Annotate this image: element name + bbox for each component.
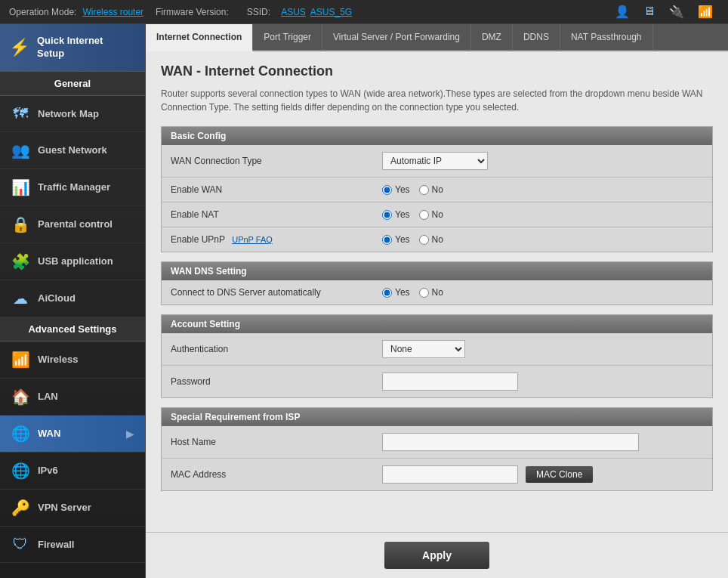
- dns-auto-label: Connect to DNS Server automatically: [171, 287, 382, 298]
- enable-wan-row: Enable WAN Yes No: [162, 178, 712, 202]
- aicloud-label: AiCloud: [38, 292, 76, 304]
- operation-mode-label: Operation Mode:: [9, 7, 76, 17]
- special-req-section: Special Requirement from ISP Host Name M…: [161, 407, 713, 491]
- mac-address-control: MAC Clone: [382, 465, 593, 484]
- auth-row: Authentication None PAP CHAP MS-CHAP MS-…: [162, 333, 712, 366]
- wan-connection-type-select[interactable]: Automatic IP PPPoE PPTP L2TP Static IP: [382, 152, 488, 170]
- dns-auto-row: Connect to DNS Server automatically Yes …: [162, 280, 712, 304]
- wan-dns-body: Connect to DNS Server automatically Yes …: [162, 280, 712, 304]
- ssid-value1[interactable]: ASUS: [281, 7, 306, 17]
- quick-internet-setup[interactable]: ⚡ Quick Internet Setup: [0, 24, 145, 72]
- host-name-input[interactable]: [382, 433, 639, 451]
- enable-upnp-row: Enable UPnP UPnP FAQ Yes No: [162, 227, 712, 252]
- upnp-faq-link[interactable]: UPnP FAQ: [232, 235, 273, 244]
- sidebar-item-aicloud[interactable]: ☁ AiCloud: [0, 280, 145, 317]
- enable-upnp-yes[interactable]: Yes: [382, 234, 410, 245]
- password-row: Password: [162, 366, 712, 397]
- basic-config-header: Basic Config: [162, 127, 712, 145]
- ssid-label: SSID:: [247, 7, 270, 17]
- usb-app-icon: 🧩: [11, 252, 30, 270]
- guest-network-icon: 👥: [11, 141, 30, 159]
- ipv6-label: IPv6: [38, 465, 58, 476]
- usb-icon[interactable]: 🔌: [669, 5, 684, 19]
- password-label: Password: [171, 376, 382, 387]
- mac-address-row: MAC Address MAC Clone: [162, 459, 712, 490]
- vpn-label: VPN Server: [38, 502, 91, 513]
- quick-setup-icon: ⚡: [9, 38, 29, 57]
- ipv6-icon: 🌐: [11, 462, 30, 480]
- monitor-icon[interactable]: 🖥: [643, 5, 656, 19]
- sidebar-item-traffic-manager[interactable]: 📊 Traffic Manager: [0, 169, 145, 206]
- password-input[interactable]: [382, 372, 518, 391]
- parental-control-icon: 🔒: [11, 215, 30, 233]
- wan-connection-type-label: WAN Connection Type: [171, 156, 382, 166]
- traffic-manager-label: Traffic Manager: [38, 181, 110, 193]
- wan-arrow-icon: ▶: [126, 428, 134, 440]
- traffic-manager-icon: 📊: [11, 178, 30, 196]
- signal-icon[interactable]: 📶: [698, 5, 713, 19]
- tab-internet-connection[interactable]: Internet Connection: [146, 24, 253, 51]
- account-setting-body: Authentication None PAP CHAP MS-CHAP MS-…: [162, 333, 712, 397]
- lan-icon: 🏠: [11, 388, 30, 406]
- tab-ddns[interactable]: DDNS: [513, 24, 560, 50]
- sidebar-item-vpn-server[interactable]: 🔑 VPN Server: [0, 490, 145, 527]
- host-name-row: Host Name: [162, 426, 712, 459]
- tab-port-trigger[interactable]: Port Trigger: [253, 24, 322, 50]
- top-bar: Operation Mode: Wireless router Firmware…: [0, 0, 728, 24]
- tab-dmz[interactable]: DMZ: [471, 24, 513, 50]
- dns-auto-no[interactable]: No: [419, 287, 443, 298]
- aicloud-icon: ☁: [11, 289, 30, 308]
- mac-address-input[interactable]: [382, 465, 518, 484]
- sidebar-item-network-map[interactable]: 🗺 Network Map: [0, 96, 145, 132]
- vpn-icon: 🔑: [11, 499, 30, 517]
- enable-wan-yes[interactable]: Yes: [382, 184, 410, 195]
- sidebar-item-firewall[interactable]: 🛡 Firewall: [0, 527, 145, 563]
- usb-app-label: USB application: [38, 255, 113, 267]
- enable-wan-control: Yes No: [382, 184, 443, 195]
- sidebar-item-guest-network[interactable]: 👥 Guest Network: [0, 132, 145, 169]
- sidebar-item-usb-application[interactable]: 🧩 USB application: [0, 243, 145, 280]
- enable-upnp-label: Enable UPnP UPnP FAQ: [171, 234, 382, 245]
- enable-nat-label: Enable NAT: [171, 209, 382, 220]
- network-map-label: Network Map: [38, 108, 99, 119]
- guest-network-label: Guest Network: [38, 144, 107, 156]
- special-req-body: Host Name MAC Address MAC Clone: [162, 426, 712, 490]
- user-icon[interactable]: 👤: [615, 5, 630, 19]
- auth-label: Authentication: [171, 344, 382, 354]
- ssid-value2[interactable]: ASUS_5G: [310, 7, 352, 17]
- tab-nat-passthrough[interactable]: NAT Passthrough: [560, 24, 653, 50]
- firmware-label: Firmware Version:: [156, 7, 229, 17]
- enable-upnp-control: Yes No: [382, 234, 443, 245]
- enable-nat-row: Enable NAT Yes No: [162, 202, 712, 227]
- enable-nat-yes[interactable]: Yes: [382, 209, 410, 220]
- enable-wan-no[interactable]: No: [419, 184, 443, 195]
- operation-mode-value[interactable]: Wireless router: [82, 7, 143, 17]
- general-section-header: General: [0, 72, 145, 96]
- sidebar-item-wan[interactable]: 🌐 WAN ▶: [0, 416, 145, 453]
- network-map-icon: 🗺: [11, 105, 30, 122]
- sidebar-item-ipv6[interactable]: 🌐 IPv6: [0, 453, 145, 490]
- wireless-label: Wireless: [38, 354, 78, 365]
- firewall-icon: 🛡: [11, 536, 30, 553]
- page-title: WAN - Internet Connection: [161, 63, 713, 79]
- enable-nat-no[interactable]: No: [419, 209, 443, 220]
- page-description: Router supports several connection types…: [161, 87, 713, 114]
- sidebar-item-wireless[interactable]: 📶 Wireless: [0, 342, 145, 379]
- dns-auto-yes[interactable]: Yes: [382, 287, 410, 298]
- enable-upnp-no[interactable]: No: [419, 234, 443, 245]
- sidebar: ⚡ Quick Internet Setup General 🗺 Network…: [0, 24, 146, 578]
- dns-auto-control: Yes No: [382, 287, 443, 298]
- special-req-header: Special Requirement from ISP: [162, 408, 712, 426]
- firewall-label: Firewall: [38, 539, 74, 550]
- sidebar-item-parental-control[interactable]: 🔒 Parental control: [0, 206, 145, 243]
- wan-icon: 🌐: [11, 425, 30, 443]
- lan-label: LAN: [38, 391, 58, 402]
- mac-clone-button[interactable]: MAC Clone: [526, 466, 593, 483]
- apply-button[interactable]: Apply: [384, 542, 489, 569]
- auth-select[interactable]: None PAP CHAP MS-CHAP MS-CHAPv2: [382, 340, 465, 358]
- sidebar-item-lan[interactable]: 🏠 LAN: [0, 379, 145, 416]
- main-area: Internet Connection Port Trigger Virtual…: [146, 24, 728, 578]
- auth-control: None PAP CHAP MS-CHAP MS-CHAPv2: [382, 340, 465, 358]
- host-name-label: Host Name: [171, 437, 382, 447]
- tab-virtual-server[interactable]: Virtual Server / Port Forwarding: [322, 24, 471, 50]
